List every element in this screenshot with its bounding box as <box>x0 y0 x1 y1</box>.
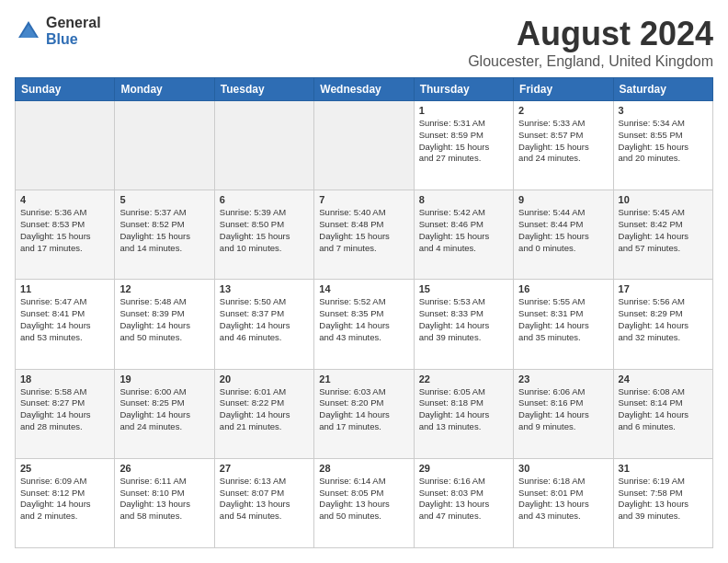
day-info: Sunrise: 5:34 AM Sunset: 8:55 PM Dayligh… <box>619 118 708 165</box>
day-info: Sunrise: 6:19 AM Sunset: 7:58 PM Dayligh… <box>619 476 708 523</box>
main-title: August 2024 <box>468 15 713 53</box>
calendar-cell: 8Sunrise: 5:42 AM Sunset: 8:46 PM Daylig… <box>414 190 513 280</box>
calendar-cell: 31Sunrise: 6:19 AM Sunset: 7:58 PM Dayli… <box>613 458 712 547</box>
day-info: Sunrise: 5:52 AM Sunset: 8:35 PM Dayligh… <box>319 296 408 343</box>
calendar-week-row: 4Sunrise: 5:36 AM Sunset: 8:53 PM Daylig… <box>16 190 713 280</box>
day-number: 7 <box>319 194 408 205</box>
day-info: Sunrise: 5:50 AM Sunset: 8:37 PM Dayligh… <box>220 296 309 343</box>
day-info: Sunrise: 5:48 AM Sunset: 8:39 PM Dayligh… <box>119 296 209 343</box>
calendar-cell <box>16 101 115 190</box>
day-info: Sunrise: 6:16 AM Sunset: 8:03 PM Dayligh… <box>419 476 508 523</box>
day-info: Sunrise: 6:08 AM Sunset: 8:14 PM Dayligh… <box>619 386 708 433</box>
calendar-cell: 19Sunrise: 6:00 AM Sunset: 8:25 PM Dayli… <box>115 369 214 458</box>
calendar-cell: 28Sunrise: 6:14 AM Sunset: 8:05 PM Dayli… <box>314 458 414 547</box>
calendar-cell: 25Sunrise: 6:09 AM Sunset: 8:12 PM Dayli… <box>16 458 115 547</box>
calendar-cell: 9Sunrise: 5:44 AM Sunset: 8:44 PM Daylig… <box>514 190 613 280</box>
day-number: 13 <box>220 283 309 294</box>
day-info: Sunrise: 6:14 AM Sunset: 8:05 PM Dayligh… <box>319 476 408 523</box>
calendar-day-header: Thursday <box>414 78 513 101</box>
day-number: 9 <box>518 194 608 205</box>
day-info: Sunrise: 5:36 AM Sunset: 8:53 PM Dayligh… <box>20 207 109 254</box>
day-info: Sunrise: 5:56 AM Sunset: 8:29 PM Dayligh… <box>619 296 708 343</box>
calendar-cell: 29Sunrise: 6:16 AM Sunset: 8:03 PM Dayli… <box>414 458 513 547</box>
day-info: Sunrise: 5:47 AM Sunset: 8:41 PM Dayligh… <box>20 296 109 343</box>
calendar-cell: 27Sunrise: 6:13 AM Sunset: 8:07 PM Dayli… <box>214 458 313 547</box>
calendar-day-header: Sunday <box>16 78 115 101</box>
day-info: Sunrise: 6:13 AM Sunset: 8:07 PM Dayligh… <box>220 476 309 523</box>
calendar-cell: 10Sunrise: 5:45 AM Sunset: 8:42 PM Dayli… <box>613 190 712 280</box>
day-number: 8 <box>419 194 508 205</box>
calendar-cell: 11Sunrise: 5:47 AM Sunset: 8:41 PM Dayli… <box>16 280 115 369</box>
calendar-cell: 12Sunrise: 5:48 AM Sunset: 8:39 PM Dayli… <box>115 280 214 369</box>
day-info: Sunrise: 6:18 AM Sunset: 8:01 PM Dayligh… <box>518 476 608 523</box>
day-info: Sunrise: 6:03 AM Sunset: 8:20 PM Dayligh… <box>319 386 408 433</box>
logo-general-text: General <box>46 15 101 31</box>
calendar-day-header: Saturday <box>613 78 712 101</box>
day-number: 6 <box>220 194 309 205</box>
calendar-day-header: Tuesday <box>214 78 313 101</box>
calendar-table: SundayMondayTuesdayWednesdayThursdayFrid… <box>15 77 713 548</box>
day-number: 16 <box>518 283 608 294</box>
day-number: 4 <box>20 194 109 205</box>
day-number: 2 <box>518 105 608 116</box>
calendar-cell: 4Sunrise: 5:36 AM Sunset: 8:53 PM Daylig… <box>16 190 115 280</box>
day-number: 11 <box>20 283 109 294</box>
calendar-day-header: Wednesday <box>314 78 414 101</box>
day-number: 28 <box>319 463 408 474</box>
calendar-cell: 7Sunrise: 5:40 AM Sunset: 8:48 PM Daylig… <box>314 190 414 280</box>
day-number: 29 <box>419 463 508 474</box>
calendar-cell: 17Sunrise: 5:56 AM Sunset: 8:29 PM Dayli… <box>613 280 712 369</box>
day-number: 14 <box>319 283 408 294</box>
day-number: 21 <box>319 373 408 385</box>
subtitle: Gloucester, England, United Kingdom <box>468 53 713 70</box>
calendar-cell <box>115 101 214 190</box>
day-number: 17 <box>619 283 708 294</box>
calendar-cell: 2Sunrise: 5:33 AM Sunset: 8:57 PM Daylig… <box>514 101 613 190</box>
calendar-cell: 30Sunrise: 6:18 AM Sunset: 8:01 PM Dayli… <box>514 458 613 547</box>
day-number: 27 <box>220 463 309 474</box>
calendar-cell: 21Sunrise: 6:03 AM Sunset: 8:20 PM Dayli… <box>314 369 414 458</box>
day-number: 23 <box>518 373 608 385</box>
day-number: 1 <box>419 105 508 116</box>
logo-text: General Blue <box>46 15 101 47</box>
calendar-cell: 22Sunrise: 6:05 AM Sunset: 8:18 PM Dayli… <box>414 369 513 458</box>
day-number: 20 <box>220 373 309 385</box>
calendar-cell: 6Sunrise: 5:39 AM Sunset: 8:50 PM Daylig… <box>214 190 313 280</box>
calendar-day-header: Monday <box>115 78 214 101</box>
day-info: Sunrise: 5:53 AM Sunset: 8:33 PM Dayligh… <box>419 296 508 343</box>
day-info: Sunrise: 5:33 AM Sunset: 8:57 PM Dayligh… <box>518 118 608 165</box>
logo: General Blue <box>15 15 101 47</box>
calendar-day-header: Friday <box>514 78 613 101</box>
header: General Blue August 2024 Gloucester, Eng… <box>15 15 713 70</box>
calendar-week-row: 25Sunrise: 6:09 AM Sunset: 8:12 PM Dayli… <box>16 458 713 547</box>
calendar-week-row: 1Sunrise: 5:31 AM Sunset: 8:59 PM Daylig… <box>16 101 713 190</box>
calendar-cell <box>214 101 313 190</box>
day-number: 31 <box>619 463 708 474</box>
day-number: 24 <box>619 373 708 385</box>
day-number: 10 <box>619 194 708 205</box>
calendar-cell: 24Sunrise: 6:08 AM Sunset: 8:14 PM Dayli… <box>613 369 712 458</box>
day-info: Sunrise: 5:45 AM Sunset: 8:42 PM Dayligh… <box>619 207 708 254</box>
calendar-cell: 13Sunrise: 5:50 AM Sunset: 8:37 PM Dayli… <box>214 280 313 369</box>
day-number: 22 <box>419 373 508 385</box>
day-info: Sunrise: 5:31 AM Sunset: 8:59 PM Dayligh… <box>419 118 508 165</box>
page: General Blue August 2024 Gloucester, Eng… <box>0 0 728 563</box>
day-number: 19 <box>119 373 209 385</box>
day-number: 25 <box>20 463 109 474</box>
calendar-cell: 16Sunrise: 5:55 AM Sunset: 8:31 PM Dayli… <box>514 280 613 369</box>
day-info: Sunrise: 5:39 AM Sunset: 8:50 PM Dayligh… <box>220 207 309 254</box>
logo-icon <box>15 17 42 45</box>
calendar-cell: 14Sunrise: 5:52 AM Sunset: 8:35 PM Dayli… <box>314 280 414 369</box>
day-info: Sunrise: 6:05 AM Sunset: 8:18 PM Dayligh… <box>419 386 508 433</box>
day-number: 15 <box>419 283 508 294</box>
title-block: August 2024 Gloucester, England, United … <box>468 15 713 70</box>
calendar-header-row: SundayMondayTuesdayWednesdayThursdayFrid… <box>16 78 713 101</box>
day-info: Sunrise: 5:58 AM Sunset: 8:27 PM Dayligh… <box>20 386 109 433</box>
day-number: 5 <box>119 194 209 205</box>
calendar-cell: 18Sunrise: 5:58 AM Sunset: 8:27 PM Dayli… <box>16 369 115 458</box>
calendar-week-row: 18Sunrise: 5:58 AM Sunset: 8:27 PM Dayli… <box>16 369 713 458</box>
calendar-week-row: 11Sunrise: 5:47 AM Sunset: 8:41 PM Dayli… <box>16 280 713 369</box>
logo-blue-text: Blue <box>46 31 101 48</box>
calendar-cell: 5Sunrise: 5:37 AM Sunset: 8:52 PM Daylig… <box>115 190 214 280</box>
day-number: 3 <box>619 105 708 116</box>
